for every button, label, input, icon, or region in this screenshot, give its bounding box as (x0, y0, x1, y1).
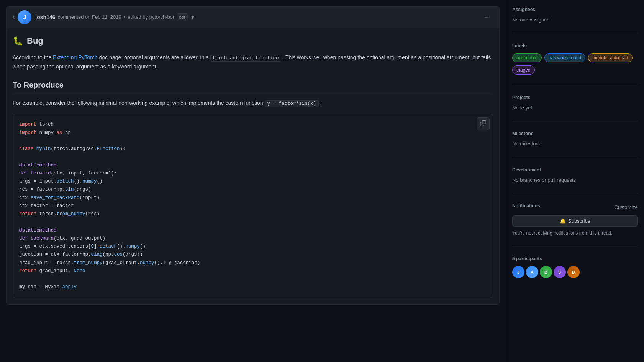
label-actionable[interactable]: actionable (512, 53, 542, 62)
comment-body: 🐛 Bug According to the Extending PyTorch… (7, 28, 499, 304)
comment-meta: josh146 commented on Feb 11, 2019 • edit… (35, 13, 483, 21)
development-value: No branches or pull requests (512, 176, 638, 184)
participant-5[interactable]: D (567, 266, 580, 278)
labels-heading: Labels (512, 42, 638, 49)
copy-button[interactable] (477, 117, 490, 130)
comment-header: ‹ J josh146 commented on Feb 11, 2019 • … (7, 7, 499, 28)
bug-title-text: Bug (27, 34, 43, 47)
formula-code: y = factor*sin(x) (265, 100, 319, 107)
sidebar-milestone: Milestone No milestone (512, 130, 638, 157)
code-line: ctx.factor = factor (19, 202, 487, 210)
section-desc-text: For example, consider the following mini… (13, 100, 263, 106)
sidebar: Assignees No one assigned Labels actiona… (506, 0, 644, 362)
participant-3[interactable]: B (540, 266, 552, 278)
avatar: J (18, 10, 31, 24)
notification-text: You're not receiving notifications from … (512, 230, 638, 236)
code-line: @staticmethod (19, 227, 487, 235)
milestone-value: No milestone (512, 140, 638, 148)
sidebar-participants: 5 participants J A B C D (512, 255, 638, 287)
label-module[interactable]: module: autograd (588, 53, 632, 62)
code-line (19, 218, 487, 226)
formula-suffix: : (320, 100, 322, 106)
section-title: To Reproduce (13, 79, 493, 94)
code-line: jacobian = ctx.factor*np.diag(np.cos(arg… (19, 251, 487, 259)
code-block: import torch import numpy as np class My… (13, 114, 493, 298)
extending-pytorch-link[interactable]: Extending PyTorch (53, 54, 98, 60)
back-arrow-icon[interactable]: ‹ (13, 13, 15, 22)
sidebar-labels: Labels actionable has workaround module:… (512, 42, 638, 85)
sidebar-development: Development No branches or pull requests (512, 166, 638, 194)
bot-badge: bot (177, 13, 188, 21)
comment-action: commented on Feb 11, 2019 (57, 13, 121, 21)
main-content: ‹ J josh146 commented on Feb 11, 2019 • … (0, 0, 506, 362)
label-triaged[interactable]: triaged (512, 65, 535, 75)
labels-container: actionable has workaround module: autogr… (512, 52, 638, 75)
development-heading: Development (512, 166, 638, 173)
assignees-value: No one assigned (512, 16, 638, 24)
label-workaround[interactable]: has workaround (544, 53, 585, 62)
bell-icon: 🔔 (560, 218, 566, 224)
code-line: grad_input = torch.from_numpy(grad_outpu… (19, 259, 487, 267)
projects-value: None yet (512, 104, 638, 112)
sidebar-assignees: Assignees No one assigned (512, 6, 638, 33)
bug-icon: 🐛 (13, 34, 23, 47)
code-line: import torch (19, 121, 487, 129)
customize-link[interactable]: Customize (615, 204, 638, 211)
code-line: args = input.detach().numpy() (19, 178, 487, 186)
code-line: def forward(ctx, input, factor=1): (19, 170, 487, 178)
code-line (19, 153, 487, 161)
milestone-heading: Milestone (512, 130, 638, 137)
code-line: args = ctx.saved_tensors[0].detach().num… (19, 243, 487, 251)
code-line: import numpy as np (19, 129, 487, 137)
dropdown-arrow-icon[interactable]: ▼ (190, 13, 195, 21)
participants-heading: 5 participants (512, 255, 638, 262)
notifications-heading: Notifications (512, 202, 540, 209)
bug-title: 🐛 Bug (13, 34, 493, 47)
sidebar-notifications: Notifications Customize 🔔 Subscribe You'… (512, 202, 638, 246)
code-line: @staticmethod (19, 161, 487, 170)
code-line: res = factor*np.sin(args) (19, 186, 487, 194)
ellipsis-button[interactable]: ··· (483, 13, 493, 22)
code-line (19, 275, 487, 283)
inline-code-function: torch.autograd.Function (210, 55, 281, 62)
section-description: For example, consider the following mini… (13, 99, 493, 108)
participants-row: J A B C D (512, 266, 638, 278)
desc-part1: According to the (13, 54, 51, 60)
code-line: ctx.save_for_backward(input) (19, 194, 487, 202)
comment-edited-text: edited by pytorch-bot (128, 13, 174, 21)
header-actions: ··· (483, 13, 493, 22)
participant-2[interactable]: A (526, 266, 538, 278)
desc-part2: doc page, optional arguments are allowed… (99, 54, 209, 60)
code-line (19, 137, 487, 145)
projects-heading: Projects (512, 94, 638, 101)
page-layout: ‹ J josh146 commented on Feb 11, 2019 • … (0, 0, 644, 362)
participant-4[interactable]: C (554, 266, 566, 278)
code-line: return torch.from_numpy(res) (19, 210, 487, 218)
participant-1[interactable]: J (512, 266, 524, 278)
comment-username[interactable]: josh146 (35, 13, 55, 21)
description-paragraph: According to the Extending PyTorch doc p… (13, 53, 493, 72)
code-line: return grad_input, None (19, 267, 487, 275)
comment-container: ‹ J josh146 commented on Feb 11, 2019 • … (6, 6, 500, 305)
code-line: class MySin(torch.autograd.Function): (19, 145, 487, 153)
subscribe-button[interactable]: 🔔 Subscribe (512, 215, 638, 227)
assignees-heading: Assignees (512, 6, 638, 13)
code-content: import torch import numpy as np class My… (19, 121, 487, 291)
comment-edited: • (124, 13, 126, 21)
sidebar-projects: Projects None yet (512, 94, 638, 121)
code-line: def backward(ctx, grad_output): (19, 235, 487, 243)
subscribe-label: Subscribe (568, 218, 590, 224)
code-line: my_sin = MySin.apply (19, 283, 487, 291)
